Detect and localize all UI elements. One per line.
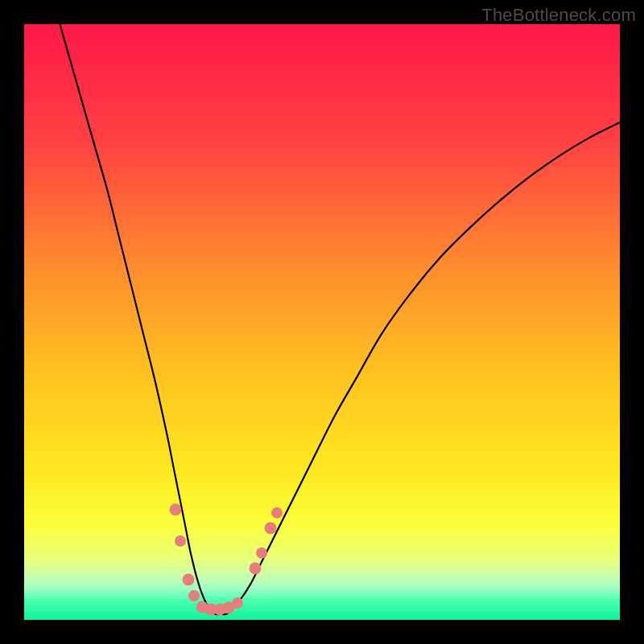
marker-left-upper-2 (175, 535, 186, 547)
marker-left-lower-2 (188, 590, 200, 601)
chart-frame: TheBottleneck.com (0, 0, 644, 644)
marker-trough-5 (232, 597, 243, 609)
marker-right-lower-2 (256, 547, 267, 559)
marker-right-upper-2 (271, 507, 283, 518)
watermark-label: TheBottleneck.com (481, 5, 636, 26)
marker-right-upper-1 (265, 522, 277, 535)
bottleneck-curve (24, 24, 620, 620)
marker-right-lower-1 (250, 563, 262, 575)
marker-left-upper-1 (169, 504, 181, 516)
plot-area (24, 24, 620, 620)
marker-left-lower-1 (183, 573, 195, 585)
